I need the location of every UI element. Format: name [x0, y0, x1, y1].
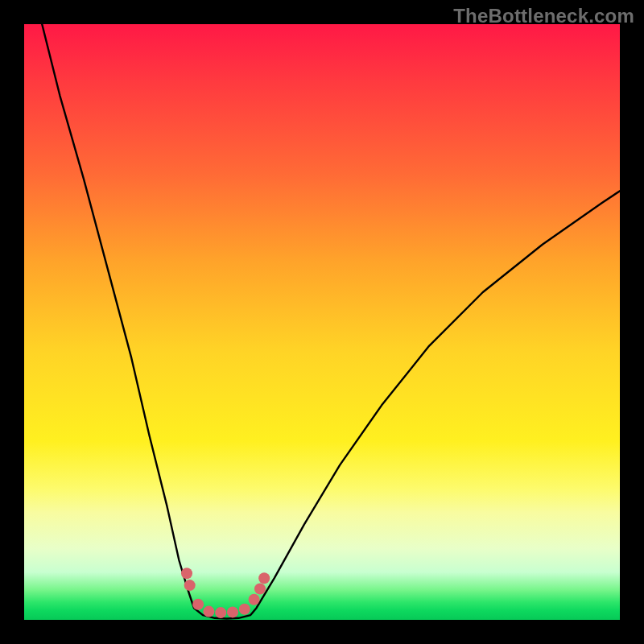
bottleneck-curve	[42, 24, 620, 619]
highlight-dot	[215, 607, 226, 618]
highlight-dot	[227, 606, 238, 617]
chart-plot-area	[24, 24, 620, 620]
highlight-dot	[181, 568, 192, 579]
highlight-dot	[184, 580, 196, 591]
watermark-text: TheBottleneck.com	[453, 5, 634, 27]
marker-layer	[181, 568, 270, 618]
chart-svg	[24, 24, 620, 620]
highlight-dot	[192, 599, 204, 610]
highlight-dot	[258, 572, 270, 584]
highlight-dot	[249, 594, 260, 605]
highlight-dot	[239, 604, 250, 615]
curve-layer	[42, 24, 620, 619]
highlight-dot	[254, 584, 266, 595]
highlight-dot	[203, 606, 214, 617]
